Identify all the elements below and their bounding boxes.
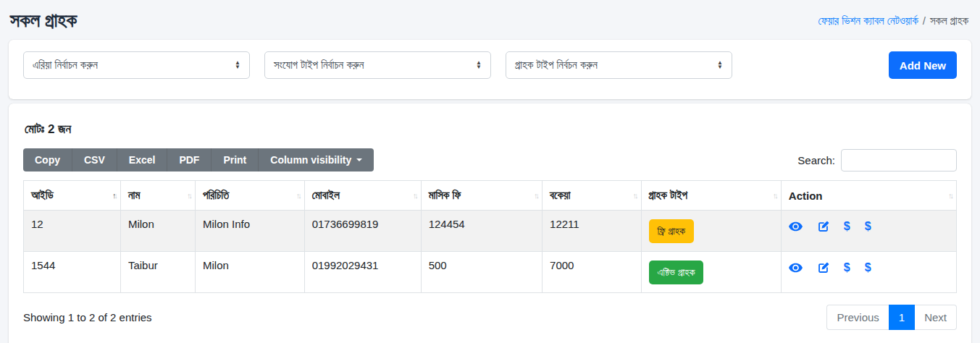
cell-name: Taibur [120,252,195,293]
due-dollar-icon[interactable]: $ [865,261,871,274]
showing-entries-text: Showing 1 to 2 of 2 entries [23,311,152,323]
cell-monthly-fee: 500 [421,252,542,293]
add-new-button[interactable]: Add New [889,51,957,79]
customer-type-badge: এক্টিভ গ্রাহক [649,261,704,284]
print-button[interactable]: Print [212,148,259,172]
column-header-id[interactable]: আইডি ↑↓ [24,181,121,211]
copy-button[interactable]: Copy [23,148,72,172]
cell-actions: $ $ [781,252,956,293]
sort-icon: ↑↓ [296,191,300,200]
cell-name: Milon [120,211,195,252]
pagination-previous-button[interactable]: Previous [826,305,888,330]
area-select[interactable]: এরিয়া নির্বাচন করুন ▲▼ [23,51,250,79]
search-input[interactable] [841,149,957,172]
search-label: Search: [797,154,835,166]
sort-icon: ↑↓ [534,191,537,200]
cell-id: 1544 [24,252,121,293]
table-row: 12 Milon Milon Info 01736699819 124454 1… [24,211,957,252]
sort-icon: ↑↓ [948,191,952,200]
column-header-info[interactable]: পরিচিতি ↑↓ [195,181,304,211]
caret-down-icon [356,158,362,161]
area-select-value: এরিয়া নির্বাচন করুন [33,59,98,72]
due-dollar-icon[interactable]: $ [865,220,871,233]
cell-mobile: 01992029431 [304,252,421,293]
cell-customer-type: এক্টিভ গ্রাহক [641,252,781,293]
column-header-customer-type[interactable]: গ্রাহক টাইপ ↑↓ [641,181,781,211]
sort-icon: ↑↓ [413,191,416,200]
view-icon[interactable] [789,263,803,273]
column-header-mobile[interactable]: মোবাইল ↑↓ [304,181,421,211]
pagination-page-1-button[interactable]: 1 [889,305,915,330]
cell-id: 12 [24,211,121,252]
breadcrumb: ফেয়ার ভিশন ক্যাবল নেটওয়ার্ক / সকল গ্রা… [818,14,968,27]
connection-type-select-value: সংযোগ টাইপ নির্বাচন করুন [274,59,364,72]
customer-type-select[interactable]: গ্রাহক টাইপ নির্বচন করুন ▲▼ [506,51,732,79]
column-header-name[interactable]: নাম ↑↓ [120,181,195,211]
select-arrows-icon: ▲▼ [476,61,482,69]
column-visibility-button[interactable]: Column visibility [259,148,374,172]
connection-type-select[interactable]: সংযোগ টাইপ নির্বাচন করুন ▲▼ [264,51,491,79]
excel-button[interactable]: Excel [117,148,168,172]
cell-mobile: 01736699819 [304,211,421,252]
breadcrumb-current: সকল গ্রাহক [930,14,968,27]
column-header-due[interactable]: বকেয়া ↑↓ [543,181,642,211]
view-icon[interactable] [789,221,803,232]
cell-info: Milon Info [195,211,304,252]
table-row: 1544 Taibur Milon 01992029431 500 7000 এ… [24,252,957,293]
sort-icon: ↑↓ [187,191,190,200]
select-arrows-icon: ▲▼ [717,61,723,69]
payment-dollar-icon[interactable]: $ [844,220,850,233]
page-title: সকল গ্রাহক [10,9,77,32]
filter-card: এরিয়া নির্বাচন করুন ▲▼ সংযোগ টাইপ নির্ব… [9,40,971,99]
pagination-next-button[interactable]: Next [915,305,957,330]
breadcrumb-home-link[interactable]: ফেয়ার ভিশন ক্যাবল নেটওয়ার্ক [818,14,918,27]
breadcrumb-separator: / [923,14,926,27]
table-header-row: আইডি ↑↓ নাম ↑↓ পরিচিতি ↑↓ মোবাইল ↑↓ মাসি… [24,181,957,211]
table-card: মোটঃ 2 জন Copy CSV Excel PDF Print Colum… [9,103,971,343]
cell-info: Milon [195,252,304,293]
cell-customer-type: ফ্রি গ্রাহক [641,211,781,252]
table-toolbar: Copy CSV Excel PDF Print Column visibili… [23,148,957,172]
column-header-action[interactable]: Action ↑↓ [781,181,956,211]
table-footer: Showing 1 to 2 of 2 entries Previous 1 N… [23,305,957,330]
customer-type-select-value: গ্রাহক টাইপ নির্বচন করুন [515,59,598,72]
edit-icon[interactable] [817,262,829,274]
cell-monthly-fee: 124454 [421,211,542,252]
csv-button[interactable]: CSV [72,148,117,172]
customers-table: আইডি ↑↓ নাম ↑↓ পরিচিতি ↑↓ মোবাইল ↑↓ মাসি… [23,180,957,293]
sort-icon: ↑↓ [633,191,637,200]
select-arrows-icon: ▲▼ [235,61,240,69]
pdf-button[interactable]: PDF [167,148,212,172]
customer-type-badge: ফ্রি গ্রাহক [649,219,694,243]
payment-dollar-icon[interactable]: $ [844,261,850,274]
search-area: Search: [797,149,957,172]
cell-due: 7000 [543,252,642,293]
pagination: Previous 1 Next [826,305,957,330]
edit-icon[interactable] [817,221,829,233]
export-button-group: Copy CSV Excel PDF Print Column visibili… [23,148,374,172]
column-header-monthly-fee[interactable]: মাসিক ফি ↑↓ [421,181,542,211]
total-count-heading: মোটঃ 2 জন [25,122,957,137]
cell-due: 12211 [543,211,642,252]
sort-icon: ↑↓ [112,191,116,200]
cell-actions: $ $ [781,211,956,252]
sort-icon: ↑↓ [773,191,776,200]
column-visibility-label: Column visibility [270,154,351,166]
page-header: সকল গ্রাহক ফেয়ার ভিশন ক্যাবল নেটওয়ার্ক… [0,0,980,40]
